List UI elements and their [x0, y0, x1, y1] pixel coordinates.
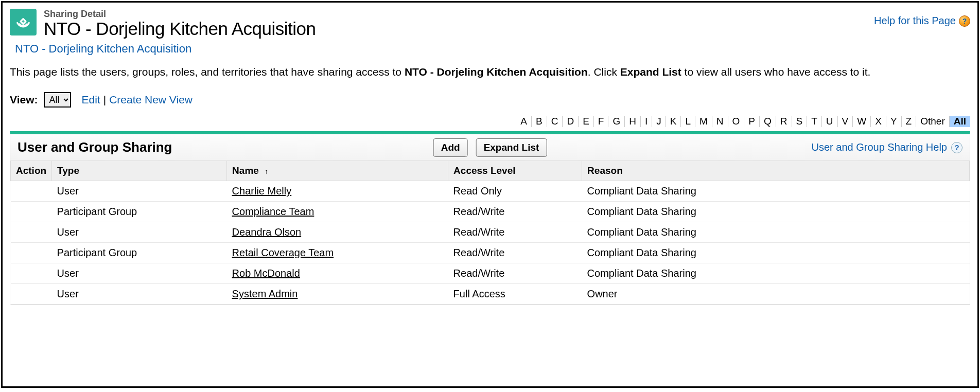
alpha-y[interactable]: Y: [886, 116, 902, 127]
col-type[interactable]: Type: [52, 161, 227, 181]
create-new-view-link[interactable]: Create New View: [109, 94, 192, 106]
cell-name: Charlie Melly: [227, 181, 448, 202]
cell-reason: Compliant Data Sharing: [582, 181, 970, 202]
alpha-n[interactable]: N: [712, 116, 728, 127]
add-button[interactable]: Add: [433, 138, 468, 157]
cell-type: User: [52, 181, 227, 202]
alpha-i[interactable]: I: [641, 116, 652, 127]
page-description: This page lists the users, groups, roles…: [10, 65, 970, 79]
col-reason[interactable]: Reason: [582, 161, 970, 181]
alpha-q[interactable]: Q: [760, 116, 776, 127]
cell-action: [11, 202, 52, 222]
alpha-z[interactable]: Z: [902, 116, 917, 127]
cell-name: Compliance Team: [227, 202, 448, 222]
cell-reason: Compliant Data Sharing: [582, 263, 970, 284]
cell-reason: Owner: [582, 284, 970, 305]
cell-action: [11, 263, 52, 284]
cell-type: User: [52, 263, 227, 284]
table-row: UserRob McDonaldRead/WriteCompliant Data…: [11, 263, 970, 284]
name-link[interactable]: Deandra Olson: [232, 226, 302, 238]
view-select[interactable]: All: [44, 92, 71, 108]
alpha-p[interactable]: P: [744, 116, 760, 127]
alpha-filter-row: ABCDEFGHIJKLMNOPQRSTUVWXYZOtherAll: [10, 116, 970, 127]
alpha-m[interactable]: M: [695, 116, 712, 127]
cell-type: User: [52, 222, 227, 243]
col-access[interactable]: Access Level: [448, 161, 582, 181]
table-row: Participant GroupRetail Coverage TeamRea…: [11, 243, 970, 263]
help-for-page-link[interactable]: Help for this Page ?: [874, 15, 970, 27]
cell-access: Read/Write: [448, 243, 582, 263]
table-row: UserDeandra OlsonRead/WriteCompliant Dat…: [11, 222, 970, 243]
page-subtitle: Sharing Detail: [44, 9, 316, 20]
table-row: UserSystem AdminFull AccessOwner: [11, 284, 970, 305]
table-row: UserCharlie MellyRead OnlyCompliant Data…: [11, 181, 970, 202]
alpha-o[interactable]: O: [728, 116, 745, 127]
panel-header: User and Group Sharing Add Expand List U…: [10, 134, 970, 161]
cell-action: [11, 181, 52, 202]
cell-action: [11, 284, 52, 305]
edit-view-link[interactable]: Edit: [81, 94, 100, 106]
breadcrumb[interactable]: NTO - Dorjeling Kitchen Acquisition: [15, 42, 191, 56]
help-icon: ?: [959, 15, 970, 27]
page-title: NTO - Dorjeling Kitchen Acquisition: [44, 19, 316, 39]
panel-help-link[interactable]: User and Group Sharing Help ?: [812, 141, 962, 153]
alpha-w[interactable]: W: [853, 116, 871, 127]
cell-access: Read/Write: [448, 222, 582, 243]
alpha-other[interactable]: Other: [916, 116, 950, 127]
cell-type: Participant Group: [52, 202, 227, 222]
alpha-g[interactable]: G: [608, 116, 625, 127]
cell-access: Read/Write: [448, 263, 582, 284]
alpha-r[interactable]: R: [776, 116, 792, 127]
col-name[interactable]: Name ↑: [227, 161, 448, 181]
name-link[interactable]: Charlie Melly: [232, 185, 292, 197]
cell-access: Read/Write: [448, 202, 582, 222]
alpha-l[interactable]: L: [681, 116, 695, 127]
expand-list-button[interactable]: Expand List: [476, 138, 547, 157]
cell-reason: Compliant Data Sharing: [582, 202, 970, 222]
alpha-b[interactable]: B: [532, 116, 547, 127]
alpha-x[interactable]: X: [871, 116, 886, 127]
cell-name: Rob McDonald: [227, 263, 448, 284]
help-icon: ?: [951, 142, 962, 153]
panel-title: User and Group Sharing: [18, 139, 172, 155]
col-action[interactable]: Action: [11, 161, 52, 181]
page-header: Sharing Detail NTO - Dorjeling Kitchen A…: [10, 9, 970, 39]
alpha-f[interactable]: F: [594, 116, 609, 127]
alpha-d[interactable]: D: [563, 116, 579, 127]
name-link[interactable]: Compliance Team: [232, 206, 314, 217]
cell-access: Full Access: [448, 284, 582, 305]
cell-name: Deandra Olson: [227, 222, 448, 243]
alpha-j[interactable]: J: [652, 116, 666, 127]
alpha-all[interactable]: All: [950, 116, 970, 127]
alpha-h[interactable]: H: [625, 116, 641, 127]
view-label: View:: [10, 94, 38, 106]
cell-type: User: [52, 284, 227, 305]
cell-type: Participant Group: [52, 243, 227, 263]
record-icon: [10, 9, 37, 35]
alpha-v[interactable]: V: [838, 116, 853, 127]
alpha-k[interactable]: K: [666, 116, 681, 127]
cell-action: [11, 243, 52, 263]
cell-name: Retail Coverage Team: [227, 243, 448, 263]
cell-access: Read Only: [448, 181, 582, 202]
view-row: View: All Edit | Create New View: [10, 92, 970, 108]
name-link[interactable]: System Admin: [232, 288, 298, 299]
alpha-u[interactable]: U: [822, 116, 838, 127]
sharing-panel: User and Group Sharing Add Expand List U…: [10, 131, 970, 305]
alpha-a[interactable]: A: [516, 116, 532, 127]
cell-action: [11, 222, 52, 243]
alpha-s[interactable]: S: [792, 116, 808, 127]
name-link[interactable]: Retail Coverage Team: [232, 247, 334, 258]
table-row: Participant GroupCompliance TeamRead/Wri…: [11, 202, 970, 222]
sharing-table: Action Type Name ↑ Access Level Reason U…: [10, 161, 970, 305]
cell-reason: Compliant Data Sharing: [582, 243, 970, 263]
name-link[interactable]: Rob McDonald: [232, 268, 300, 279]
cell-reason: Compliant Data Sharing: [582, 222, 970, 243]
alpha-c[interactable]: C: [547, 116, 563, 127]
alpha-t[interactable]: T: [807, 116, 822, 127]
alpha-e[interactable]: E: [579, 116, 594, 127]
cell-name: System Admin: [227, 284, 448, 305]
sort-ascending-icon: ↑: [265, 167, 268, 175]
